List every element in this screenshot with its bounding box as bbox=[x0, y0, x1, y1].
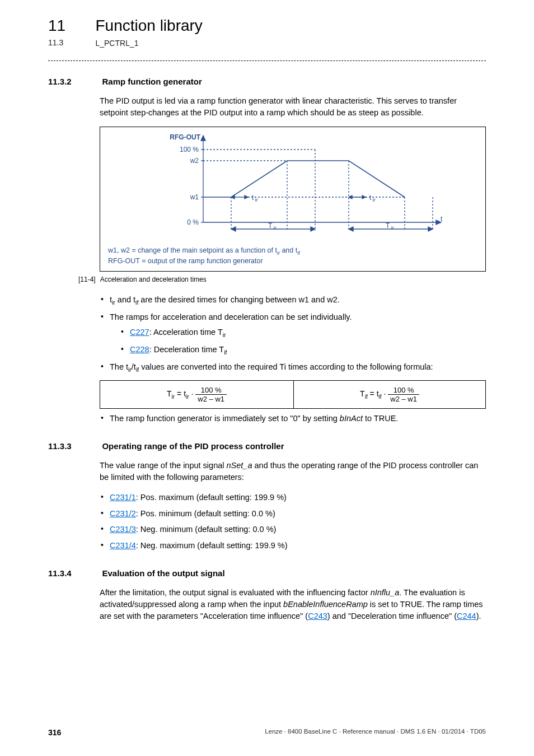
body-paragraph: After the limitation, the output signal … bbox=[100, 587, 486, 622]
page-header: 11 Function library 11.3 L_PCTRL_1 bbox=[48, 17, 486, 48]
page-number: 316 bbox=[48, 728, 61, 737]
list-item: C231/1: Pos. maximum (default setting: 1… bbox=[100, 491, 486, 503]
svg-text:T ir: T ir bbox=[386, 222, 394, 231]
list-item: C231/2: Pos. minimum (default setting: 0… bbox=[100, 507, 486, 520]
chapter-number: 11 bbox=[48, 17, 93, 35]
link-c231-1[interactable]: C231/1 bbox=[110, 493, 136, 502]
link-c244[interactable]: C244 bbox=[457, 612, 476, 620]
svg-marker-27 bbox=[349, 227, 353, 231]
svg-text:0 %: 0 % bbox=[187, 218, 199, 226]
heading-number: 11.3.4 bbox=[48, 568, 100, 578]
section-number: 11.3 bbox=[48, 38, 93, 47]
svg-marker-22 bbox=[362, 195, 366, 199]
list-item: The ramp function generator is immediate… bbox=[100, 412, 486, 424]
svg-marker-24 bbox=[231, 227, 236, 231]
intro-paragraph: The value range of the input signal nSet… bbox=[100, 460, 486, 483]
svg-text:T ir: T ir bbox=[268, 222, 277, 231]
svg-text:RFG-OUT: RFG-OUT bbox=[170, 133, 200, 141]
section-11-3-3-heading: 11.3.3 Operating range of the PID proces… bbox=[48, 441, 486, 451]
formula-tir: Tir = tir · 100 %w2 – w1 bbox=[100, 380, 294, 408]
svg-text:w2: w2 bbox=[190, 157, 199, 165]
section-11-3-4-heading: 11.3.4 Evaluation of the output signal bbox=[48, 568, 486, 578]
svg-text:t ir: t ir bbox=[252, 194, 258, 203]
bullet-list: C231/1: Pos. maximum (default setting: 1… bbox=[100, 491, 486, 552]
formula-table: Tir = tir · 100 %w2 – w1 Tif = tif · 100… bbox=[100, 380, 486, 409]
ramp-diagram: RFG-OUT 100 % w2 w1 0 % t t ir t ir T ir… bbox=[136, 133, 449, 239]
heading-number: 11.3.2 bbox=[48, 77, 100, 86]
link-c227[interactable]: C227 bbox=[130, 328, 149, 337]
page-footer: 316 Lenze · 8400 BaseLine C · Reference … bbox=[48, 728, 486, 737]
svg-marker-25 bbox=[311, 227, 315, 231]
svg-text:w1: w1 bbox=[190, 193, 199, 201]
figure-legend: w1, w2 = change of the main setpoint as … bbox=[108, 246, 477, 267]
figure-11-4: RFG-OUT 100 % w2 w1 0 % t t ir t ir T ir… bbox=[100, 127, 486, 272]
svg-marker-21 bbox=[349, 195, 352, 199]
svg-text:t ir: t ir bbox=[369, 194, 376, 203]
list-item: C228: Deceleration time Tif bbox=[120, 343, 486, 357]
svg-text:t: t bbox=[441, 215, 443, 223]
heading-title: Operating range of the PID process contr… bbox=[102, 441, 284, 451]
link-c231-3[interactable]: C231/3 bbox=[110, 525, 136, 534]
intro-paragraph: The PID output is led via a ramp functio… bbox=[100, 95, 486, 119]
heading-title: Evaluation of the output signal bbox=[102, 568, 224, 578]
svg-marker-18 bbox=[231, 195, 235, 199]
svg-marker-19 bbox=[245, 195, 248, 199]
bullet-list: The ramp function generator is immediate… bbox=[100, 412, 486, 424]
svg-text:100 %: 100 % bbox=[180, 146, 199, 153]
list-item: The ramps for acceleration and decelerat… bbox=[100, 311, 486, 357]
list-item: C231/4: Neg. maximum (default setting: 1… bbox=[100, 539, 486, 552]
chapter-title: Function library bbox=[95, 17, 202, 35]
divider bbox=[48, 60, 486, 61]
formula-tif: Tif = tif · 100 %w2 – w1 bbox=[294, 380, 486, 408]
svg-marker-28 bbox=[428, 227, 433, 231]
svg-marker-1 bbox=[201, 136, 205, 141]
list-item: C227: Acceleration time Tir bbox=[120, 326, 486, 340]
heading-number: 11.3.3 bbox=[48, 441, 100, 451]
bullet-list: tir and tif are the desired times for ch… bbox=[100, 293, 486, 375]
footer-meta: Lenze · 8400 BaseLine C · Reference manu… bbox=[265, 728, 486, 735]
list-item: tir and tif are the desired times for ch… bbox=[100, 293, 486, 307]
list-item: The tir/tif values are converted into th… bbox=[100, 361, 486, 375]
heading-title: Ramp function generator bbox=[102, 77, 202, 86]
link-c231-2[interactable]: C231/2 bbox=[110, 509, 136, 518]
figure-caption: [11-4] Acceleration and deceleration tim… bbox=[78, 275, 486, 284]
link-c231-4[interactable]: C231/4 bbox=[110, 541, 136, 550]
section-11-3-2-heading: 11.3.2 Ramp function generator bbox=[48, 77, 486, 87]
list-item: C231/3: Neg. minimum (default setting: 0… bbox=[100, 523, 486, 535]
link-c243[interactable]: C243 bbox=[308, 612, 327, 620]
link-c228[interactable]: C228 bbox=[130, 345, 149, 354]
section-title: L_PCTRL_1 bbox=[95, 39, 138, 48]
